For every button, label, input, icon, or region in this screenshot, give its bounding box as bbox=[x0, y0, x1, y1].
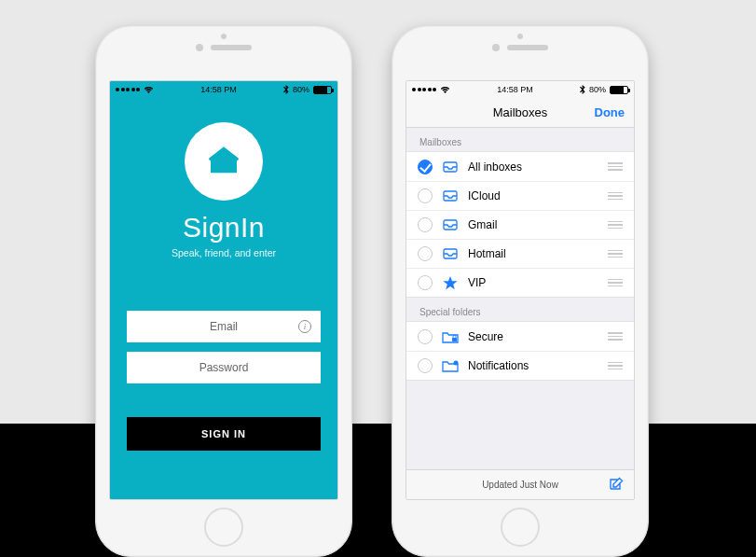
section-special-label: Special folders bbox=[406, 298, 634, 321]
screen-signin: 14:58 PM 80% SignIn Speak, friend, and e bbox=[109, 80, 338, 500]
mailbox-label: Notifications bbox=[468, 359, 598, 372]
radio-unchecked-icon[interactable] bbox=[418, 246, 433, 261]
mailbox-label: VIP bbox=[468, 276, 598, 289]
signin-panel: SignIn Speak, friend, and enter Email i … bbox=[110, 98, 337, 499]
mailbox-row[interactable]: All inboxes bbox=[406, 152, 634, 181]
wifi-icon bbox=[440, 86, 450, 93]
mailboxes-list: All inboxesICloudGmailHotmailVIP bbox=[406, 151, 634, 298]
status-time: 14:58 PM bbox=[200, 85, 237, 94]
tray-icon bbox=[442, 190, 459, 202]
mailbox-row[interactable]: ICloud bbox=[406, 181, 634, 210]
envelope-open-icon bbox=[204, 142, 243, 181]
signin-button-label: SIGN IN bbox=[201, 428, 246, 439]
svg-point-5 bbox=[454, 361, 459, 366]
mailbox-row[interactable]: Secure bbox=[406, 322, 634, 351]
radio-unchecked-icon[interactable] bbox=[418, 217, 433, 232]
navbar: Mailboxes Done bbox=[406, 98, 634, 128]
mailbox-row[interactable]: Notifications bbox=[406, 351, 634, 380]
signin-button[interactable]: SIGN IN bbox=[127, 417, 321, 451]
star-icon bbox=[442, 276, 459, 290]
signal-dots-icon bbox=[412, 88, 436, 91]
navbar-title: Mailboxes bbox=[493, 105, 548, 119]
radio-unchecked-icon[interactable] bbox=[418, 275, 433, 290]
mailbox-label: All inboxes bbox=[468, 160, 598, 174]
mailbox-label: Gmail bbox=[468, 218, 598, 231]
tray-icon bbox=[442, 219, 459, 230]
radio-unchecked-icon[interactable] bbox=[418, 188, 433, 203]
mailbox-label: Hotmail bbox=[468, 247, 598, 260]
done-button[interactable]: Done bbox=[595, 105, 625, 119]
phone-frame-signin: 14:58 PM 80% SignIn Speak, friend, and e bbox=[95, 25, 352, 557]
sensor-dot bbox=[517, 34, 523, 39]
home-button[interactable] bbox=[501, 508, 540, 547]
mailbox-label: ICloud bbox=[468, 189, 598, 202]
mail-panel: Mailboxes Done Mailboxes All inboxesIClo… bbox=[406, 98, 634, 499]
compose-icon[interactable] bbox=[608, 476, 625, 494]
reorder-grip-icon[interactable] bbox=[608, 192, 623, 201]
bluetooth-icon bbox=[283, 85, 289, 94]
reorder-grip-icon[interactable] bbox=[608, 362, 623, 370]
tray-icon bbox=[442, 161, 459, 173]
email-field[interactable]: Email i bbox=[127, 311, 321, 342]
mailbox-row[interactable]: Gmail bbox=[406, 210, 634, 239]
screen-mailboxes: 14:58 PM 80% Mailboxes Done Mailboxes Al… bbox=[405, 80, 635, 500]
status-time: 14:58 PM bbox=[497, 85, 533, 94]
password-placeholder: Password bbox=[199, 361, 249, 374]
reorder-grip-icon[interactable] bbox=[608, 250, 623, 258]
wifi-icon bbox=[144, 86, 154, 93]
earpiece bbox=[96, 44, 351, 51]
earpiece bbox=[392, 44, 648, 51]
phone-frame-mail: 14:58 PM 80% Mailboxes Done Mailboxes Al… bbox=[392, 25, 649, 557]
sensor-dot bbox=[221, 34, 227, 39]
radio-unchecked-icon[interactable] bbox=[418, 329, 433, 344]
folder-badge-icon bbox=[442, 359, 459, 372]
reorder-grip-icon[interactable] bbox=[608, 332, 623, 341]
signal-dots-icon bbox=[116, 88, 140, 91]
battery-percent: 80% bbox=[293, 85, 309, 94]
svg-rect-4 bbox=[452, 338, 457, 341]
section-mailboxes-label: Mailboxes bbox=[406, 128, 634, 151]
toolbar: Updated Just Now bbox=[406, 469, 634, 499]
status-bar: 14:58 PM 80% bbox=[406, 81, 634, 98]
bluetooth-icon bbox=[580, 85, 585, 94]
info-icon[interactable]: i bbox=[298, 320, 311, 333]
signin-title: SignIn bbox=[183, 212, 265, 244]
folder-lock-icon bbox=[442, 330, 459, 343]
reorder-grip-icon[interactable] bbox=[608, 162, 623, 171]
tray-icon bbox=[442, 248, 459, 259]
battery-icon bbox=[313, 86, 332, 94]
radio-checked-icon[interactable] bbox=[418, 160, 433, 174]
reorder-grip-icon[interactable] bbox=[608, 221, 623, 230]
mailbox-label: Secure bbox=[468, 330, 598, 343]
status-bar: 14:58 PM 80% bbox=[110, 81, 337, 98]
special-list: SecureNotifications bbox=[406, 321, 634, 381]
battery-percent: 80% bbox=[589, 85, 606, 94]
password-field[interactable]: Password bbox=[127, 352, 321, 383]
mockup-stage: 14:58 PM 80% SignIn Speak, friend, and e bbox=[0, 0, 756, 557]
mailbox-row[interactable]: VIP bbox=[406, 268, 634, 297]
updated-label: Updated Just Now bbox=[482, 480, 558, 490]
battery-icon bbox=[610, 86, 628, 94]
email-placeholder: Email bbox=[210, 320, 238, 333]
app-logo bbox=[185, 122, 263, 201]
mailbox-row[interactable]: Hotmail bbox=[406, 239, 634, 268]
home-button[interactable] bbox=[204, 508, 243, 547]
signin-subtitle: Speak, friend, and enter bbox=[172, 247, 276, 258]
radio-unchecked-icon[interactable] bbox=[418, 358, 433, 373]
reorder-grip-icon[interactable] bbox=[608, 279, 623, 287]
